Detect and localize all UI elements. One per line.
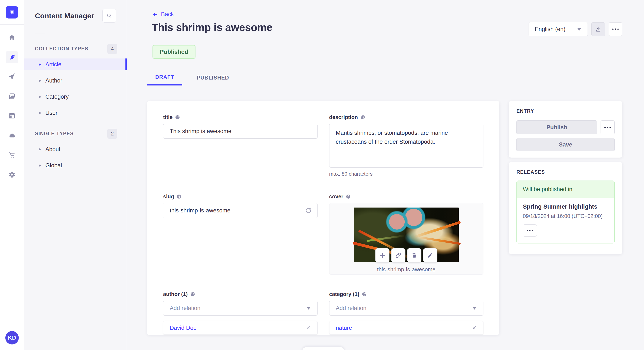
field-title: title [163,114,318,177]
logo-container [0,0,24,25]
tab-draft[interactable]: DRAFT [147,70,182,85]
plus-icon [379,252,386,259]
search-button[interactable] [102,9,116,22]
field-slug: slug [163,193,318,275]
cover-field-box: this-shrimp-is-awesome [329,203,484,275]
field-label-text: description [329,114,358,120]
marketplace-cart-icon[interactable] [6,149,18,161]
author-relation-item: David Doe [163,321,318,335]
relation-link[interactable]: David Doe [170,325,196,331]
releases-panel-heading: RELEASES [516,169,614,175]
main-content: Back This shrimp is awesome Published En… [127,0,644,350]
back-link[interactable]: Back [152,11,174,18]
chevron-down-icon [306,307,311,310]
release-title: Spring Summer highlights [523,203,608,210]
content-manager-subnav: Content Manager COLLECTION TYPES 4 Artic… [24,0,127,350]
ellipsis-icon [612,28,619,30]
field-label-text: slug [163,193,174,200]
locale-globe-icon [360,115,365,120]
section-label: SINGLE TYPES [35,131,74,137]
remove-relation-icon[interactable] [472,325,477,331]
locale-select[interactable]: English (en) [528,22,588,36]
deploy-cloud-icon[interactable] [6,129,18,142]
settings-gear-icon[interactable] [6,169,18,181]
edit-asset-button[interactable] [423,248,437,262]
add-asset-button[interactable] [375,248,389,262]
sidebar-item-author[interactable]: Author [24,75,127,87]
remove-relation-icon[interactable] [306,325,311,331]
sidebar-item-about[interactable]: About [24,143,127,155]
release-plane-icon[interactable] [6,71,18,83]
field-category: category (1) Add relation nature [329,291,484,335]
regenerate-slug-icon[interactable] [305,207,312,214]
locale-globe-icon [190,292,195,297]
pencil-icon [427,252,433,258]
field-label-text: category (1) [329,291,360,297]
sidebar-item-global[interactable]: Global [24,160,127,172]
back-label: Back [161,11,174,18]
copy-link-button[interactable] [391,248,405,262]
delete-asset-button[interactable] [407,248,421,262]
page-title: This shrimp is awesome [152,21,272,34]
entry-panel-heading: ENTRY [516,108,614,114]
back-arrow-icon [152,11,158,17]
releases-panel: RELEASES Will be published in Spring Sum… [509,162,622,254]
release-status: Will be published in [517,181,614,198]
sidebar-item-user[interactable]: User [24,107,127,119]
field-label-text: author (1) [163,291,188,297]
tab-published[interactable]: PUBLISHED [189,70,237,85]
save-button[interactable]: Save [516,138,614,151]
slug-input[interactable] [163,203,318,218]
nav-rail: KD [0,0,24,350]
scroll-widget[interactable] [302,347,344,350]
publish-button[interactable]: Publish [516,120,597,134]
category-relation-item: nature [329,321,484,335]
category-relation-combobox[interactable]: Add relation [329,301,484,316]
chevron-down-icon [472,307,477,310]
relation-link[interactable]: nature [336,325,352,331]
sidebar-item-label: Article [45,61,61,68]
title-input[interactable] [163,124,318,139]
media-library-icon[interactable] [6,90,18,103]
user-avatar[interactable]: KD [5,331,19,345]
locale-globe-icon [362,292,367,297]
sidebar-item-label: User [45,110,58,116]
content-type-builder-icon[interactable] [6,110,18,122]
collection-types-count: 4 [107,44,117,54]
chevron-down-icon [577,28,582,31]
cover-image-detail [418,236,459,245]
link-icon [395,252,402,259]
home-icon[interactable] [6,31,18,44]
trash-icon [411,252,417,258]
divider [35,34,45,34]
single-types-count: 2 [107,129,117,139]
locale-selected-value: English (en) [535,26,566,32]
bullet-icon [39,64,41,65]
locale-globe-icon [175,115,180,120]
field-label-text: cover [329,193,344,200]
sidebar-item-category[interactable]: Category [24,91,127,103]
section-label: COLLECTION TYPES [35,46,88,52]
export-button[interactable] [592,22,605,36]
sidebar-item-label: Global [45,162,62,169]
release-card: Will be published in Spring Summer highl… [516,180,614,243]
locale-globe-icon [346,194,351,199]
cover-filename: this-shrimp-is-awesome [377,266,436,273]
single-types-section: SINGLE TYPES 2 About Global [24,129,127,172]
author-relation-combobox[interactable]: Add relation [163,301,318,316]
release-more-button[interactable] [523,224,537,237]
combobox-placeholder: Add relation [336,305,366,312]
entry-panel: ENTRY Publish Save [509,101,622,158]
description-textarea[interactable]: Mantis shrimps, or stomatopods, are mari… [329,124,484,168]
bullet-icon [39,165,41,167]
field-author: author (1) Add relation David Doe [163,291,318,335]
strapi-logo[interactable] [6,6,18,18]
subnav-title: Content Manager [35,12,94,20]
bullet-icon [39,96,41,98]
sidebar-item-label: Category [45,94,69,100]
more-actions-button[interactable] [609,22,622,36]
ellipsis-icon [527,230,533,231]
sidebar-item-article[interactable]: Article [24,58,127,70]
entry-more-button[interactable] [600,120,614,134]
content-manager-feather-icon[interactable] [6,51,18,63]
